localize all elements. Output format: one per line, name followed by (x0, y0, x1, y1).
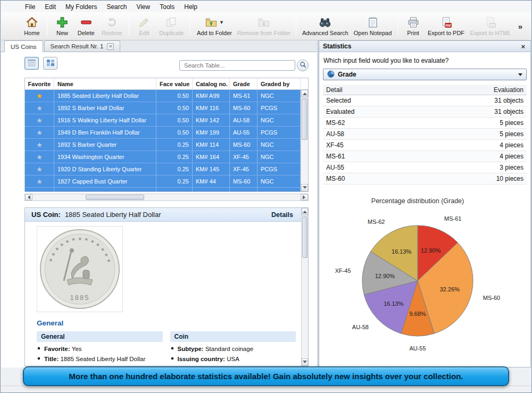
table-horizontal-scrollbar[interactable] (24, 194, 309, 201)
table-row[interactable]: ★1949 D Ben Franklin Half Dollar0.50KM# … (25, 127, 301, 139)
cell-graded-by: NGC (257, 188, 301, 191)
scroll-down-button[interactable] (301, 184, 308, 191)
menu-item-my-folders[interactable]: My Folders (61, 2, 102, 12)
table-row[interactable]: ★1934 Washington Quarter0.25KM# 164XF-45… (25, 151, 301, 163)
cell-name: 1920 D Standing Liberty Quarter (54, 163, 156, 175)
stats-row-selected[interactable]: Selected31 objects (323, 95, 527, 106)
detail-panel: US Coin: 1885 Seated Liberty Half Dollar… (24, 207, 309, 366)
stats-row-xf-45[interactable]: XF-454 pieces (323, 140, 527, 151)
table-row[interactable]: ★1920 D Standing Liberty Quarter0.25KM# … (25, 163, 301, 175)
menu-item-tools[interactable]: Tools (155, 2, 179, 12)
stats-detail-label: MS-61 (326, 153, 345, 160)
table-row[interactable]: ★1916 S Walking Liberty Half Dollar0.50K… (25, 114, 301, 127)
tab-search-result-nr-1[interactable]: Search Result Nr. 1× (44, 40, 121, 52)
toolbar-button-label: Remove from Folder (237, 30, 290, 36)
toolbar-button-print[interactable]: Print (402, 14, 425, 38)
promo-banner: More than one hundred elaborate statisti… (23, 366, 509, 386)
stats-row-ms-61[interactable]: MS-614 pieces (323, 151, 527, 162)
search-button[interactable] (297, 60, 309, 71)
stats-row-au-55[interactable]: AU-553 pieces (323, 162, 527, 173)
field-label: Subtype: (178, 346, 205, 352)
favorite-star-icon: ★ (36, 165, 43, 173)
toolbar-button-label: Home (24, 30, 39, 36)
details-link[interactable]: Details (271, 211, 293, 219)
column-header-favorite[interactable]: Favorite (25, 78, 54, 89)
toolbar-overflow-button[interactable]: » (514, 22, 527, 31)
toolbar-button-duplicate[interactable]: Duplicate (156, 14, 187, 38)
toolbar-button-add-to-folder[interactable]: ▼Add to Folder (194, 14, 235, 38)
svg-text:★: ★ (60, 242, 64, 247)
search-input[interactable] (179, 60, 295, 71)
export-pdf-icon: PDF (440, 16, 453, 29)
table-row[interactable]: ★1892 S Barber Half Dollar0.50KM# 116MS-… (25, 102, 301, 114)
cell-catalog-no: KM# 116 (193, 102, 230, 114)
toolbar-button-home[interactable]: Home (20, 14, 44, 38)
chevron-down-icon (518, 73, 522, 78)
list-view-button[interactable] (24, 57, 39, 70)
table-body: ★1885 Seated Liberty Half Dollar0.50KM# … (25, 90, 301, 191)
toolbar-button-export-to-html[interactable]: HTMLExport to HTML (467, 14, 513, 38)
toolbar-button-export-to-pdf[interactable]: PDFExport to PDF (425, 14, 468, 38)
toolbar-button-delete[interactable]: Delete (74, 14, 98, 38)
detail-group-general: GeneralFavorite: YesTitle: 1885 Seated L… (37, 331, 163, 366)
tab-us-coins[interactable]: US Coins (4, 40, 43, 52)
svg-text:★: ★ (55, 246, 59, 252)
pie-slice-label: XF-45 (335, 267, 351, 274)
table-vertical-scrollbar[interactable] (301, 90, 308, 191)
stats-column-detail: Detail (326, 86, 343, 94)
menu-item-help[interactable]: Help (179, 2, 202, 12)
pie-percent-label: 12.90% (375, 273, 395, 279)
stats-column-evaluation: Evaluation (494, 86, 523, 94)
favorite-star-icon: ★ (36, 190, 43, 192)
coin-table: FavoriteNameFace valueCatalog no.GradeGr… (24, 78, 309, 192)
toolbar-button-advanced-search[interactable]: Advanced Search (300, 14, 351, 38)
print-icon (407, 16, 420, 29)
table-row[interactable]: ★1827 Capped Bust Quarter0.25KM# 44MS-60… (25, 175, 301, 188)
column-header-face-value[interactable]: Face value (156, 78, 193, 89)
table-row[interactable]: ★1892 S Barber Quarter0.25KM# 114MS-60NG… (25, 139, 301, 151)
menu-item-view[interactable]: View (131, 2, 155, 12)
scroll-thumb[interactable] (302, 98, 307, 140)
stats-row-evaluated[interactable]: Evaluated31 objects (323, 106, 527, 118)
scroll-right-button[interactable] (301, 194, 308, 200)
column-header-catalog-no[interactable]: Catalog no. (193, 78, 230, 89)
column-header-name[interactable]: Name (54, 78, 156, 89)
column-header-grade[interactable]: Grade (230, 78, 257, 89)
detail-scrollbar[interactable] (301, 208, 308, 366)
scroll-down-button[interactable] (302, 358, 308, 366)
statistics-header: Statistics × (319, 41, 530, 52)
field-value: Standard coinage (205, 346, 253, 352)
toolbar-button-remove-from-folder[interactable]: Remove from Folder (235, 14, 293, 38)
scroll-thumb[interactable] (302, 216, 307, 258)
scroll-up-button[interactable] (301, 90, 308, 97)
triangle-right-icon (303, 195, 307, 199)
toolbar-button-edit[interactable]: Edit (132, 14, 156, 38)
close-icon[interactable]: × (519, 43, 527, 51)
scroll-thumb[interactable] (86, 195, 144, 200)
cell-face-value: 0.50 (156, 127, 193, 138)
column-header-graded-by[interactable]: Graded by (257, 78, 301, 89)
dropdown-arrow-icon[interactable]: ▼ (219, 20, 224, 25)
toolbar-button-restore[interactable]: Restore (98, 14, 126, 38)
toolbar-button-new[interactable]: New (51, 14, 74, 38)
menu-item-search[interactable]: Search (102, 2, 131, 12)
stats-row-ms-60[interactable]: MS-6010 pieces (323, 173, 527, 185)
grid-view-button[interactable] (43, 57, 57, 70)
cell-face-value: 0.25 (156, 151, 193, 163)
dropdown-value: Grade (338, 71, 356, 78)
scroll-up-button[interactable] (302, 208, 308, 215)
scroll-left-button[interactable] (25, 194, 32, 200)
toolbar-button-open-notepad[interactable]: Open Notepad (351, 14, 394, 38)
svg-text:PDF: PDF (445, 24, 451, 27)
table-row[interactable]: ★1885 Seated Liberty Half Dollar0.50KM# … (25, 90, 301, 102)
menu-item-edit[interactable]: Edit (40, 2, 61, 12)
menu-item-file[interactable]: File (20, 2, 40, 12)
field-dropdown[interactable]: Grade (323, 69, 527, 80)
cell-graded-by: NGC (257, 151, 301, 163)
table-row[interactable]: ★1922 D Peace Dollar1.00KM# 150AU-50NGC (25, 188, 301, 191)
cell-face-value: 1.00 (156, 188, 193, 191)
stats-row-au-58[interactable]: AU-585 pieces (323, 129, 527, 140)
tab-close-icon[interactable]: × (107, 43, 114, 50)
stats-row-ms-62[interactable]: MS-625 pieces (323, 118, 527, 129)
delete-icon (80, 16, 93, 29)
